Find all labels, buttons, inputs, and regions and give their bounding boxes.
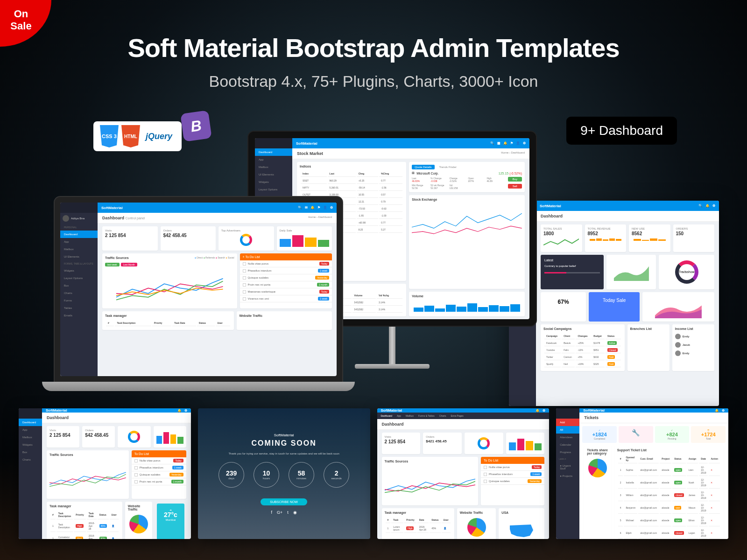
sidebar-item[interactable]: Emails	[60, 312, 98, 319]
brand-logo: SoftMaterial	[540, 204, 561, 208]
brand-logo: SoftMaterial	[101, 206, 123, 210]
gear-icon[interactable]: ⚙	[184, 409, 187, 413]
search-icon[interactable]: 🔍	[298, 206, 302, 210]
search-icon[interactable]: 🔍	[698, 204, 703, 208]
last-month-button[interactable]: Last Month	[121, 263, 137, 266]
last-week-button[interactable]: last week	[105, 263, 120, 266]
countdown: 239days 10hours 58minutes 2seconds	[218, 462, 349, 488]
close-icon[interactable]: ✕	[711, 481, 712, 484]
brand-logo: SoftMaterial	[296, 141, 317, 146]
sidebar-item[interactable]: All	[556, 426, 579, 434]
gauge-chart-icon: Tradsshow	[675, 260, 698, 284]
bell-icon[interactable]: 🔔	[715, 409, 719, 413]
sell-button[interactable]: Sell	[508, 184, 522, 189]
sidebar-item[interactable]: Add	[556, 419, 579, 426]
sidebar-item[interactable]: Layout Options	[60, 274, 98, 282]
sidebar-item[interactable]: Progress	[556, 448, 579, 456]
mail-icon[interactable]: ✉	[305, 206, 308, 210]
close-icon[interactable]: ✕	[711, 532, 712, 534]
volume-title: Volume	[412, 294, 522, 298]
tab-quote[interactable]: Quote Details	[412, 165, 434, 169]
page-title: Dashboard	[102, 216, 124, 220]
pie-chart-icon	[129, 515, 148, 533]
gear-icon[interactable]: ⚙	[722, 409, 725, 413]
bell-icon[interactable]: 🔔	[503, 141, 507, 145]
sidebar-item[interactable]: Charts	[60, 289, 98, 297]
sidebar-item[interactable]: Forms	[60, 297, 98, 304]
sidebar-item[interactable]: App	[60, 238, 98, 245]
twitter-icon[interactable]: t	[287, 510, 289, 515]
gear-icon[interactable]: ⚙	[523, 141, 526, 145]
todo-item[interactable]: Vivamus nec orci1 week	[240, 295, 332, 302]
todo-item[interactable]: Quisque sodalesYesterday	[240, 274, 332, 281]
donut-chart-icon	[478, 437, 490, 449]
sidebar-item[interactable]: Calendar	[556, 441, 579, 448]
nav-item[interactable]: Mailbox	[406, 414, 414, 417]
sidebar-item[interactable]: Box	[60, 282, 98, 289]
todo-item[interactable]: Proin nec mi porta1 month	[240, 281, 332, 288]
close-icon[interactable]: ✕	[711, 506, 712, 509]
sidebar-item[interactable]: ● Urgent Stuff	[556, 462, 579, 472]
sidebar-item-dashboard[interactable]: Dashboard	[60, 231, 98, 238]
coming-soon-title: COMING SOON	[251, 439, 316, 448]
todo-item[interactable]: Phasellus interdum1 week	[240, 267, 332, 274]
wrench-icon: 🔧	[632, 429, 640, 436]
sidebar-item-dashboard[interactable]: Dashboard	[255, 148, 292, 156]
todo-item[interactable]: Maecenas scelerisqueToday	[240, 288, 332, 295]
facebook-icon[interactable]: f	[271, 510, 272, 515]
right-dashboard: Dashboard App Mailbox UI Elements Widget…	[509, 201, 719, 406]
bell-icon[interactable]: 🔔	[536, 409, 540, 413]
google-icon[interactable]: G+	[277, 510, 282, 515]
avatar-icon[interactable]: 👤	[323, 206, 327, 210]
sidebar-item[interactable]: Widgets	[255, 178, 292, 186]
bell-icon[interactable]: 🔔	[705, 204, 710, 208]
daily-sale-card: Daily Sale	[277, 226, 332, 251]
bar-chart-icon	[156, 431, 183, 444]
bootstrap-icon: B	[180, 110, 212, 142]
sidebar-item[interactable]: ● Projects	[556, 472, 579, 480]
avatar-icon[interactable]	[63, 215, 69, 222]
subscribe-button[interactable]: SUBSCRIBE NOW	[261, 498, 307, 505]
breadcrumb[interactable]: Home	[501, 151, 508, 154]
close-icon[interactable]: ✕	[711, 469, 712, 471]
plus-icon[interactable]: +	[243, 255, 245, 259]
tab-trends[interactable]: Trends Finder	[437, 165, 459, 169]
grid-icon[interactable]: ▦	[497, 141, 500, 145]
sidebar-item[interactable]: Layout Options	[255, 186, 292, 193]
avatar-icon[interactable]: 👤	[516, 141, 520, 145]
buy-button[interactable]: Buy	[508, 177, 522, 182]
html5-icon: HTML	[121, 125, 140, 147]
sidebar-item[interactable]: Tables	[60, 304, 98, 312]
close-icon[interactable]: ✕	[711, 519, 712, 522]
visits-card: Visits 2 125 854	[102, 226, 158, 251]
sidebar-item[interactable]: Widgets	[60, 267, 98, 274]
nav-item[interactable]: App	[397, 414, 401, 417]
bell-icon[interactable]: 🔔	[310, 206, 315, 210]
thumb-tickets: Add All Attendees Calendar Progress LABE…	[556, 408, 728, 539]
todo-item[interactable]: Nulla vitae purusToday	[240, 260, 332, 267]
sidebar-item[interactable]: App	[255, 156, 292, 163]
sidebar-item[interactable]: Mailbox	[60, 245, 98, 253]
laptop-mockup: Aditya Bna PERSONAL Dashboard App Mailbo…	[42, 196, 355, 401]
search-icon[interactable]: 🔍	[490, 141, 494, 145]
branches-title: Branches List	[630, 327, 667, 330]
sidebar-item[interactable]: Attendees	[556, 434, 579, 441]
bell-icon[interactable]: 🔔	[177, 409, 182, 413]
gear-icon[interactable]: ⚙	[712, 204, 715, 208]
nav-item[interactable]: Charts	[439, 414, 446, 417]
close-icon[interactable]: ✕	[711, 494, 712, 497]
sidebar-item[interactable]: Mailbox	[255, 163, 292, 171]
flag-icon[interactable]: ⚑	[510, 141, 513, 145]
instagram-icon[interactable]: ◉	[293, 510, 297, 515]
gear-icon[interactable]: ⚙	[543, 409, 545, 413]
today-sale-card: Today Sale	[589, 292, 640, 322]
sidebar-item[interactable]: UI Elements	[60, 253, 98, 260]
usa-map-icon	[501, 516, 542, 539]
breadcrumb-home[interactable]: Home	[308, 216, 316, 218]
nav-dashboard[interactable]: Dashboard	[381, 414, 392, 417]
flag-icon[interactable]: ⚑	[317, 206, 320, 210]
jquery-icon: jQuery	[143, 132, 175, 141]
sidebar-item[interactable]: UI Elements	[255, 171, 292, 178]
gear-icon[interactable]: ⚙	[330, 206, 333, 210]
exchange-title: Stock Exchange	[412, 198, 522, 201]
